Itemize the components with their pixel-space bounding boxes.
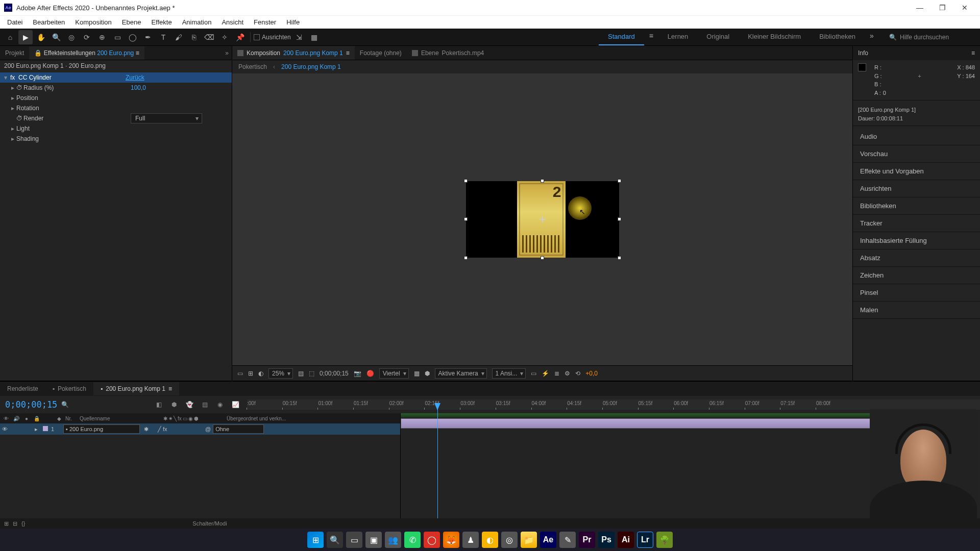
transparency-icon[interactable]: ▦ [414,370,420,377]
tab-effect-controls[interactable]: 🔒 Effekteinstellungen 200 Euro.png ≡ [29,46,144,60]
visibility-toggle[interactable]: 👁 [0,426,8,432]
minimize-button[interactable]: — [909,0,931,15]
workspace-menu-icon[interactable]: ≡ [644,29,658,43]
menu-bearbeiten[interactable]: Bearbeiten [28,16,70,28]
panel-tracker[interactable]: Tracker [853,215,980,232]
handle-tl[interactable] [464,179,468,183]
taskbar-obs-icon[interactable]: ◎ [501,532,518,548]
taskbar-photoshop-icon[interactable]: Ps [598,532,615,548]
path-root[interactable]: Pokertisch [238,63,267,70]
taskbar-app-yellow[interactable]: ◐ [482,532,498,548]
menu-ebene[interactable]: Ebene [117,16,146,28]
menu-animation[interactable]: Animation [177,16,217,28]
anchor-tool-icon[interactable]: ⊕ [95,30,109,44]
tab-renderliste[interactable]: Renderliste [0,382,45,395]
label-col-icon[interactable]: ◆ [55,416,63,421]
switch-icon[interactable]: fx [178,416,182,421]
audio-col-icon[interactable]: 🔊 [12,416,20,421]
task-view-icon[interactable]: ▭ [346,532,362,548]
panel-menu-icon[interactable]: ≡ [971,49,975,57]
resolution-dropdown[interactable]: Viertel [379,368,409,379]
text-tool-icon[interactable]: T [156,30,170,44]
comp-mini-flowchart-icon[interactable]: ◧ [153,399,164,410]
zoom-tool-icon[interactable]: 🔍 [49,30,63,44]
handle-tr[interactable] [618,179,621,183]
toggle-pane-icon[interactable]: {} [21,520,25,527]
panel-zeichen[interactable]: Zeichen [853,267,980,284]
taskbar-app-red[interactable]: ◯ [424,532,440,548]
taskbar-search-icon[interactable]: 🔍 [327,532,343,548]
3d-icon[interactable]: ⬢ [425,370,430,377]
menu-datei[interactable]: Datei [2,16,28,28]
prop-render[interactable]: ⏱ Render Full [0,113,232,123]
switch-icon[interactable]: ◉ [188,416,193,421]
taskbar-illustrator-icon[interactable]: Ai [618,532,634,548]
zoom-dropdown[interactable]: 25% [268,368,293,379]
prop-shading[interactable]: ▸ Shading [0,134,232,144]
path-current[interactable]: 200 Euro.png Komp 1 [281,63,341,70]
tab-project[interactable]: Projekt [0,46,29,60]
prop-position[interactable]: ▸ Position [0,93,232,103]
timeline-icon[interactable]: ≣ [554,370,559,377]
prop-radius[interactable]: ▸⏱ Radius (%) 100,0 [0,83,232,93]
panel-bibliotheken[interactable]: Bibliotheken [853,197,980,215]
selection-tool-icon[interactable]: ▶ [18,30,33,44]
fast-preview-icon[interactable]: ⚡ [542,370,549,377]
layer-switch-fx[interactable]: ╱ fx [158,426,167,433]
tab-layer[interactable]: Ebene Pokertisch.mp4 [407,46,489,60]
toggle-switches-icon[interactable]: ⊞ [4,520,9,527]
menu-ansicht[interactable]: Ansicht [216,16,249,28]
taskbar-app-4[interactable]: ♟ [462,532,479,548]
effect-reset-link[interactable]: Zurück [126,74,144,81]
snapshot-icon[interactable]: 📷 [354,370,361,377]
time-ruler[interactable]: :00f00:15f01:00f01:15f02:00f02:15f03:00f… [247,399,980,410]
rect-tool-icon[interactable]: ▭ [110,30,125,44]
panel-audio[interactable]: Audio [853,128,980,145]
toggle-modes-icon[interactable]: ⊟ [13,520,17,527]
start-button[interactable]: ⊞ [307,532,324,548]
reset-exposure-icon[interactable]: ⟲ [575,370,580,377]
tab-active-comp[interactable]: ▪ 200 Euro.png Komp 1 ≡ [93,382,179,395]
graph-editor-icon[interactable]: 📈 [230,399,241,410]
draft3d-icon[interactable]: ⬢ [168,399,180,410]
roto-tool-icon[interactable]: ✧ [217,30,232,44]
ellipse-tool-icon[interactable]: ◯ [126,30,140,44]
mask-icon[interactable]: ◐ [258,370,263,377]
handle-br[interactable] [618,256,621,260]
switch-icon[interactable]: ⬢ [194,416,199,421]
panel-pinsel[interactable]: Pinsel [853,284,980,302]
time-display[interactable]: 0;00;00;15 [320,370,349,377]
channel-icon[interactable]: 🔴 [366,370,374,377]
pen-tool-icon[interactable]: ✒ [141,30,155,44]
close-button[interactable]: ✕ [953,0,976,15]
effect-cc-cylinder[interactable]: ▾fx CC Cylinder Zurück [0,72,232,83]
twirl-icon[interactable]: ▸ [33,426,41,433]
handle-tc[interactable] [541,179,544,183]
label-color[interactable] [43,426,48,431]
timeline-search-icon[interactable]: 🔍 [61,401,69,408]
pickwhip-icon[interactable]: @ [203,426,213,432]
tab-composition[interactable]: Komposition 200 Euro.png Komp 1 ≡ [232,46,355,60]
layer-switch[interactable]: ✱ [144,426,149,433]
panel-inhaltsbasierte[interactable]: Inhaltsbasierte Füllung [853,232,980,249]
camera-dropdown[interactable]: Aktive Kamera [435,368,487,379]
snap-options-icon[interactable]: ⇲ [292,30,306,44]
handle-bl[interactable] [464,256,468,260]
parent-dropdown[interactable]: Ohne [213,424,264,434]
roi-icon[interactable]: ⬚ [309,370,314,377]
magnify-icon[interactable]: ▭ [237,370,243,377]
brush-tool-icon[interactable]: 🖌 [172,30,186,44]
maximize-button[interactable]: ❐ [931,0,953,15]
menu-hilfe[interactable]: Hilfe [281,16,305,28]
snap-toggle[interactable]: Ausrichten [254,34,291,41]
menu-fenster[interactable]: Fenster [249,16,281,28]
handle-mr[interactable] [618,217,621,221]
work-area-bar[interactable] [401,413,947,417]
panel-vorschau[interactable]: Vorschau [853,145,980,163]
handle-ml[interactable] [464,217,468,221]
pixel-aspect-icon[interactable]: ▭ [531,370,536,377]
views-dropdown[interactable]: 1 Ansi... [492,368,526,379]
workspace-standard[interactable]: Standard [599,29,644,45]
tab-pokertisch[interactable]: ▪ Pokertisch [45,382,93,395]
switch-icon[interactable]: ╲ [174,416,177,421]
